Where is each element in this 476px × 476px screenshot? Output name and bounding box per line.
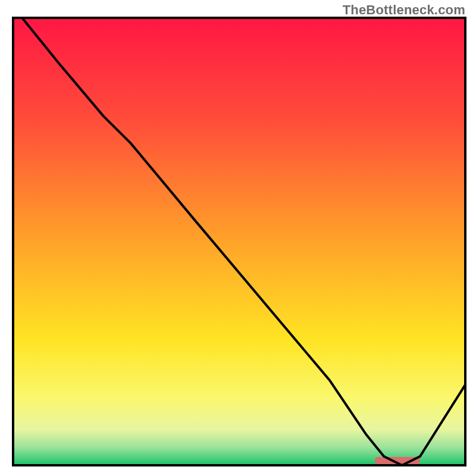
chart-canvas: TheBottleneck.com [0, 0, 476, 476]
watermark-text: TheBottleneck.com [343, 2, 465, 18]
plot-background [13, 18, 465, 465]
chart-svg [0, 0, 476, 476]
